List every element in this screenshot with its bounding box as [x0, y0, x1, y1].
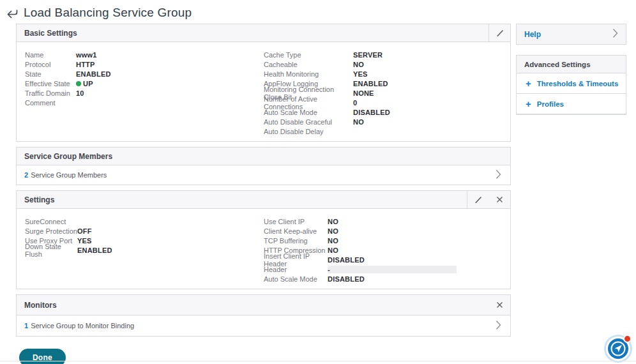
field-row: Cache Type SERVER	[264, 50, 503, 59]
member-count: 2	[24, 171, 28, 179]
field-label: Auto Disable Graceful	[264, 118, 353, 126]
field-value: HTTP	[76, 61, 95, 68]
page-bottom-divider	[0, 361, 636, 361]
monitor-binding-link[interactable]: 1 Service Group to Monitor Binding	[17, 315, 510, 336]
field-label: Auto Scale Mode	[264, 109, 353, 116]
field-label: Effective State	[25, 80, 76, 87]
monitor-binding-label: Service Group to Monitor Binding	[31, 322, 134, 330]
field-value: www1	[76, 51, 97, 59]
field-value: NO	[353, 61, 364, 68]
help-label: Help	[524, 30, 541, 39]
field-value: OFF	[77, 227, 92, 235]
notification-dot	[623, 335, 632, 343]
field-row: Number of Active Connections 0	[264, 98, 503, 107]
field-row: Auto Disable Graceful NO	[264, 117, 503, 126]
advanced-settings-list: + Thresholds & Timeouts + Profiles	[517, 73, 626, 114]
basic-settings-header: Basic Settings	[17, 24, 510, 42]
monitor-binding-count: 1	[24, 322, 28, 330]
settings-left-column: SureConnect Surge Protection OFF	[25, 216, 264, 284]
field-value: -	[328, 266, 457, 273]
field-value: 0	[353, 99, 357, 107]
field-row: Auto Scale Mode DISABLED	[264, 107, 503, 117]
field-label: Down State Flush	[25, 243, 77, 258]
right-sidebar: Help Advanced Settings + Thresholds & Ti…	[516, 24, 626, 115]
field-value: NO	[353, 118, 364, 126]
basic-settings-right-column: Cache Type SERVER Cacheable NO	[264, 50, 503, 136]
close-icon	[496, 196, 503, 203]
settings-title: Settings	[24, 195, 54, 204]
field-row: Auto Disable Delay	[264, 126, 503, 136]
plus-icon: +	[526, 79, 531, 88]
field-label: Traffic Domain	[25, 89, 76, 97]
field-row: Comment	[25, 98, 264, 107]
close-settings-button[interactable]	[488, 191, 510, 208]
advanced-settings-item-label: Profiles	[537, 100, 564, 108]
basic-settings-left-column: Name www1 Protocol HTTP	[25, 50, 264, 136]
service-group-members-link[interactable]: 2 Service Group Members	[17, 165, 510, 185]
field-value: DISABLED	[353, 109, 390, 116]
basic-settings-panel: Basic Settings Name www1	[16, 24, 511, 142]
member-link-label: Service Group Members	[31, 171, 107, 179]
field-value: YES	[353, 70, 368, 78]
service-group-members-panel: Service Group Members 2 Service Group Me…	[16, 147, 511, 185]
field-value: ENABLED	[77, 246, 112, 254]
monitors-header: Monitors	[17, 295, 510, 315]
field-row: Insert Client IP Header DISABLED	[264, 255, 503, 264]
field-row: State ENABLED	[25, 69, 264, 79]
settings-panel: Settings SureConne	[16, 190, 511, 289]
field-value: DISABLED	[328, 275, 365, 283]
field-row: Auto Scale Mode DISABLED	[264, 274, 503, 284]
guide-launcher-button[interactable]	[606, 337, 630, 361]
back-arrow-icon[interactable]	[5, 6, 19, 20]
field-label: State	[25, 70, 76, 78]
service-group-members-header: Service Group Members	[17, 148, 510, 165]
field-value: NO	[328, 218, 338, 225]
advanced-settings-title: Advanced Settings	[524, 61, 591, 68]
help-panel[interactable]: Help	[516, 24, 626, 45]
basic-settings-title: Basic Settings	[24, 29, 77, 38]
field-label: Auto Scale Mode	[264, 275, 328, 283]
edit-settings-button[interactable]	[467, 191, 488, 208]
field-row: Effective State UP	[25, 79, 264, 88]
field-value: YES	[77, 237, 92, 245]
field-value: NO	[328, 237, 338, 245]
field-value: NO	[328, 246, 338, 254]
chevron-right-icon	[612, 28, 618, 41]
field-row: SureConnect	[25, 216, 264, 226]
field-value: UP	[83, 80, 93, 87]
field-row: Down State Flush ENABLED	[25, 245, 264, 255]
field-value: NONE	[353, 89, 374, 97]
field-label: Name	[25, 51, 76, 59]
basic-settings-body: Name www1 Protocol HTTP	[17, 42, 510, 141]
field-label: Health Monitoring	[264, 70, 353, 78]
chevron-right-icon	[496, 169, 501, 181]
field-label: Use Client IP	[264, 218, 328, 225]
field-row: Health Monitoring YES	[264, 69, 503, 79]
advanced-settings-header: Advanced Settings	[517, 56, 626, 73]
pencil-icon	[496, 29, 504, 38]
field-label: Protocol	[25, 61, 76, 68]
done-button[interactable]: Done	[19, 349, 66, 364]
page-title: Load Balancing Service Group	[24, 6, 192, 20]
advanced-settings-item-label: Thresholds & Timeouts	[537, 80, 619, 87]
field-row: Cacheable NO	[264, 59, 503, 69]
field-row: Protocol HTTP	[25, 59, 264, 69]
field-label: Header	[264, 266, 328, 273]
field-label: Cacheable	[264, 61, 353, 68]
field-label: Client Keep-alive	[264, 227, 328, 235]
field-label: Surge Protection	[25, 227, 77, 235]
chevron-right-icon	[496, 320, 501, 331]
advanced-settings-item[interactable]: + Thresholds & Timeouts	[517, 73, 626, 94]
field-value: ENABLED	[76, 70, 111, 78]
advanced-settings-panel: Advanced Settings + Thresholds & Timeout…	[516, 55, 626, 115]
field-value: DISABLED	[328, 256, 365, 264]
edit-basic-settings-button[interactable]	[488, 24, 510, 42]
field-label: Cache Type	[264, 51, 353, 59]
pencil-icon	[474, 195, 483, 204]
field-value: ENABLED	[353, 80, 388, 87]
field-value: NO	[328, 227, 338, 235]
service-group-members-title: Service Group Members	[24, 152, 112, 161]
field-row: Use Client IP NO	[264, 216, 503, 226]
close-monitors-button[interactable]	[488, 295, 510, 315]
advanced-settings-item[interactable]: + Profiles	[517, 94, 626, 114]
